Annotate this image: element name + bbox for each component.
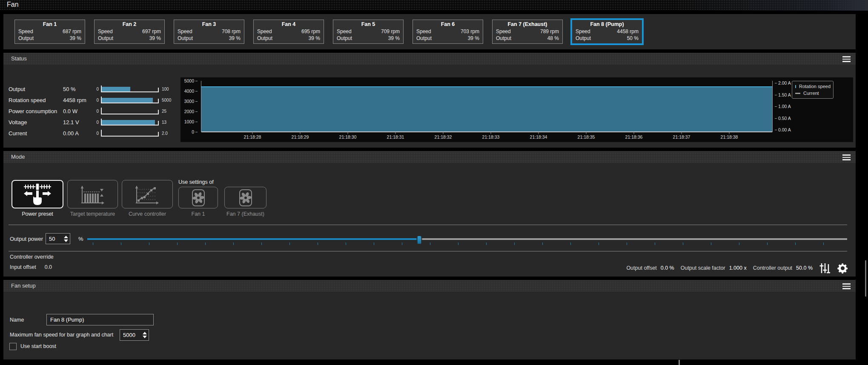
output-label: Output [416, 35, 432, 42]
hamburger-menu-icon[interactable] [842, 283, 851, 289]
speed-value: 789 rpm [540, 28, 559, 35]
fan-card[interactable]: Fan 2 Speed697 rpm Output39 % [94, 20, 165, 44]
x-tick: 21:18:33 [482, 134, 500, 140]
controller-override-title: Controller override [10, 254, 54, 260]
output-label: Output [98, 35, 113, 42]
status-title: Status [11, 55, 27, 62]
fan-card[interactable]: Fan 3 Speed708 rpm Output39 % [174, 20, 244, 44]
bar-max-label: 5000 [162, 98, 171, 103]
mode-button-label: Power preset [11, 211, 63, 217]
spinner-arrows[interactable] [141, 330, 149, 340]
title-bar: Fan [0, 0, 868, 11]
curve-controller-icon [132, 183, 162, 205]
slider-handle[interactable] [417, 235, 422, 245]
metric-bar-fill [102, 98, 153, 103]
metric-label: Output [9, 86, 63, 92]
start-boost-label: Use start boost [20, 343, 56, 349]
stat-value: 50.0 % [796, 265, 813, 271]
bar-min-label: 0 [94, 109, 99, 114]
axis-tick: 2.00 A [775, 80, 791, 86]
hamburger-menu-icon[interactable] [842, 56, 851, 62]
axis-tick: 1.50 A [775, 92, 791, 97]
divider [9, 251, 847, 251]
horizontal-scrollbar[interactable] [679, 360, 680, 365]
fan-name-input[interactable] [46, 314, 154, 325]
fan-card-selected[interactable]: Fan 8 (Pump) Speed4458 rpm Output50 % [572, 20, 642, 44]
vertical-scrollbar[interactable] [865, 260, 866, 297]
output-power-slider[interactable] [87, 236, 847, 245]
bar-max-label: 13 [162, 120, 166, 125]
metric-value: 12.1 V [63, 119, 94, 125]
output-value: 39 % [468, 35, 479, 42]
use-settings-fan1-button[interactable] [178, 187, 218, 208]
spinner-down-icon[interactable] [143, 336, 147, 338]
metric-bar-fill [102, 87, 130, 91]
fan-card-title: Fan 3 [178, 21, 241, 27]
start-boost-checkbox[interactable] [9, 343, 17, 350]
stat-value: 0.0 % [661, 265, 674, 271]
metric-row: Output 50 % 0 100 [9, 83, 180, 94]
controller-stats: Output offset 0.0 % Output scale factor … [626, 261, 849, 275]
name-label: Name [10, 317, 24, 323]
output-power-spinner[interactable] [46, 233, 70, 244]
output-label: Output [496, 35, 511, 42]
spinner-arrows[interactable] [62, 234, 70, 244]
input-offset-label: Input offset [10, 264, 36, 270]
output-label: Output [18, 35, 34, 42]
output-power-input[interactable] [46, 234, 62, 244]
rotation-speed-chart: 5000 4000 3000 2000 1000 0 21:18:28 21:1… [180, 77, 853, 142]
speed-label: Speed [178, 28, 192, 35]
axis-tick: 5000 [184, 78, 198, 83]
output-power-unit: % [78, 236, 83, 242]
settings-button[interactable] [836, 262, 849, 274]
metric-row: Current 0.00 A 0 2.0 [9, 128, 180, 139]
axis-tick: 1.00 A [775, 104, 791, 109]
fan-card[interactable]: Fan 5 Speed709 rpm Output39 % [333, 20, 404, 44]
bar-min-label: 0 [94, 98, 99, 103]
legend-item: Current [795, 91, 830, 96]
bar-max-label: 100 [162, 87, 169, 91]
mode-button-curve-controller[interactable] [122, 180, 173, 208]
x-tick: 21:18:36 [625, 134, 643, 140]
speed-value: 703 rpm [461, 28, 479, 35]
max-speed-input[interactable] [120, 330, 141, 340]
output-label: Output [178, 35, 193, 42]
slider-ticks [93, 242, 847, 245]
fan-card[interactable]: Fan 6 Speed703 rpm Output39 % [413, 20, 483, 44]
stat-label: Output offset [626, 265, 656, 271]
fan-card-title: Fan 1 [18, 21, 81, 27]
use-settings-fan7-button[interactable] [224, 187, 266, 208]
speed-value: 695 rpm [301, 28, 320, 35]
fan-card-title: Fan 4 [257, 21, 320, 27]
divider [9, 225, 847, 225]
page-title: Fan [7, 1, 19, 9]
mode-button-power-preset[interactable] [11, 180, 63, 208]
output-label: Output [576, 35, 591, 42]
fan-card-title: Fan 5 [337, 21, 400, 27]
stat: Output offset 0.0 % [626, 265, 674, 271]
metric-value: 4458 rpm [63, 97, 94, 103]
spinner-up-icon[interactable] [143, 332, 147, 334]
mode-button-target-temperature[interactable] [67, 180, 118, 208]
fan-card[interactable]: Fan 1 Speed687 rpm Output39 % [14, 20, 85, 44]
x-tick: 21:18:38 [721, 134, 738, 140]
area-swatch-icon [795, 85, 796, 88]
fan-setup-title: Fan setup [11, 282, 36, 289]
spinner-down-icon[interactable] [64, 240, 68, 242]
fan-card-title: Fan 2 [98, 21, 161, 27]
metric-label: Voltage [9, 119, 63, 125]
fan-overview-panel: Fan 1 Speed687 rpm Output39 % Fan 2 Spee… [3, 14, 856, 49]
spinner-up-icon[interactable] [64, 236, 68, 238]
fan-card[interactable]: Fan 4 Speed695 rpm Output39 % [253, 20, 324, 44]
hamburger-menu-icon[interactable] [842, 154, 851, 160]
max-speed-spinner[interactable] [120, 329, 149, 341]
stat: Controller output 50.0 % [753, 265, 813, 271]
fine-tune-button[interactable] [819, 262, 830, 274]
axis-tick: 0.00 A [775, 127, 791, 132]
stat-value: 1.000 x [729, 265, 747, 271]
metric-bar-fill [102, 120, 155, 125]
fan-card[interactable]: Fan 7 (Exhaust) Speed789 rpm Output48 % [492, 20, 563, 44]
axis-tick: 1000 [184, 119, 198, 124]
fan-card-row: Fan 1 Speed687 rpm Output39 % Fan 2 Spee… [14, 20, 642, 44]
fan-card-title: Fan 8 (Pump) [576, 21, 639, 27]
